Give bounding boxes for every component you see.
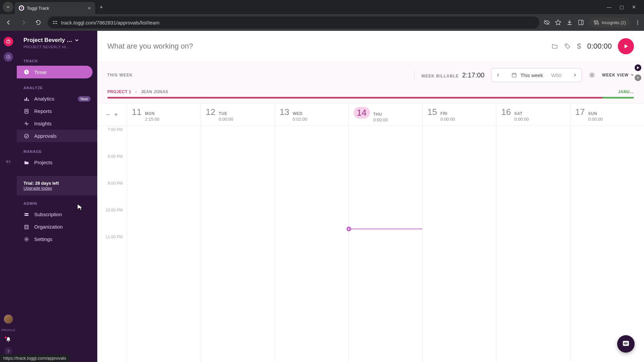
nav-heading-manage: MANAGE: [17, 148, 97, 156]
check-circle-icon: [23, 133, 30, 139]
project-tag-2[interactable]: JEAN JONAS: [141, 89, 168, 94]
calendar-day-header[interactable]: 13WED0:02:00: [275, 104, 348, 126]
bookmark-icon[interactable]: [555, 19, 561, 26]
calendar-day-header[interactable]: 14THU0:00:00: [348, 104, 422, 126]
zoom-out-button[interactable]: −: [106, 111, 110, 119]
sidebar: Project Beverly … PROJECT BEVERLY HI… TR…: [17, 31, 97, 362]
sidebar-item-label: Settings: [34, 236, 52, 242]
sidebar-item-label: Analytics: [34, 96, 54, 102]
calendar-column[interactable]: [201, 126, 274, 362]
project-tag-3[interactable]: JANU…: [618, 89, 634, 94]
calendar-column[interactable]: [127, 126, 201, 362]
svg-rect-29: [27, 227, 28, 228]
chevron-down-icon: [74, 38, 79, 43]
nav-heading-analyze: ANALYZE: [17, 84, 97, 93]
day-number: 17: [575, 107, 585, 117]
day-duration: 0:00:00: [219, 117, 233, 122]
sidebar-item-analytics[interactable]: Analytics New: [17, 93, 97, 105]
start-timer-button[interactable]: [618, 38, 634, 54]
view-selector[interactable]: WEEK VIEW: [602, 73, 634, 77]
eye-off-icon[interactable]: [543, 19, 550, 26]
browser-chrome: Toggl Track ✕ ＋ — ▢ ✕ track.toggl.com/78…: [0, 0, 644, 31]
card-icon: [23, 212, 30, 217]
upgrade-link[interactable]: Upgrade today: [23, 186, 52, 191]
workspace-selector[interactable]: Project Beverly … PROJECT BEVERLY HI…: [17, 31, 97, 53]
browser-status-bar: https://track.toggl.com/approvals: [0, 354, 69, 362]
downloads-icon[interactable]: [566, 19, 573, 26]
tab-search-button[interactable]: [3, 2, 13, 12]
this-week-label: THIS WEEK: [107, 73, 133, 77]
collapse-sidebar-icon[interactable]: [5, 158, 12, 165]
close-icon[interactable]: ✕: [632, 4, 636, 10]
building-icon: [23, 224, 30, 230]
sidebar-item-label: Insights: [34, 121, 52, 126]
svg-rect-28: [25, 227, 26, 228]
zoom-in-button[interactable]: +: [114, 111, 118, 119]
project-picker-icon[interactable]: [551, 43, 558, 50]
sidebar-item-approvals[interactable]: Approvals: [17, 130, 97, 142]
url-bar[interactable]: track.toggl.com/7862831/approvals/list/t…: [48, 16, 539, 28]
minimize-icon[interactable]: —: [607, 4, 611, 10]
workspace-subtitle: PROJECT BEVERLY HI…: [23, 45, 91, 49]
calendar-day-header[interactable]: 11MON2:15:00: [127, 104, 201, 126]
menu-icon[interactable]: [635, 19, 641, 25]
calendar-column[interactable]: [496, 126, 570, 362]
site-settings-icon[interactable]: [52, 20, 58, 25]
notifications-icon[interactable]: [5, 337, 11, 343]
sidebar-item-timer[interactable]: Timer: [17, 66, 93, 78]
calendar-column[interactable]: [275, 126, 348, 362]
tab-close-icon[interactable]: ✕: [88, 6, 91, 11]
toggl-plan-app-icon[interactable]: [4, 52, 13, 62]
calendar-day-header[interactable]: 12TUE0:00:00: [201, 104, 274, 126]
calendar-day-header[interactable]: 17SUN0:00:00: [570, 104, 644, 126]
calendar-grid[interactable]: [127, 126, 644, 362]
timer-duration[interactable]: 0:00:00: [587, 42, 612, 51]
project-tag-1[interactable]: PROJECT 1: [107, 89, 131, 94]
svg-rect-16: [24, 99, 25, 101]
date-range-label: This week: [520, 72, 543, 78]
browser-tab[interactable]: Toggl Track ✕: [15, 2, 95, 14]
avatar[interactable]: [4, 314, 13, 324]
reload-button[interactable]: [33, 17, 44, 28]
time-label: 11:00 PM: [97, 233, 127, 260]
week-number: W50: [551, 72, 561, 78]
toggl-track-app-icon[interactable]: [4, 37, 13, 46]
now-indicator-play-icon[interactable]: [346, 227, 351, 231]
sidebar-item-projects[interactable]: Projects: [17, 156, 97, 169]
calendar-body[interactable]: 7:00 PM8:00 PM9:00 PM10:00 PM11:00 PM: [97, 126, 644, 362]
sidebar-item-reports[interactable]: Reports: [17, 105, 97, 117]
incognito-badge[interactable]: Incognito (2): [589, 17, 630, 27]
back-button[interactable]: [3, 17, 14, 28]
sidebar-item-subscription[interactable]: Subscription: [17, 208, 97, 221]
workspace-name: Project Beverly …: [23, 37, 72, 44]
day-name: SUN: [588, 111, 603, 116]
calendar-column[interactable]: [422, 126, 496, 362]
day-duration: 2:15:00: [145, 117, 159, 122]
billable-toggle-icon[interactable]: $: [577, 42, 581, 51]
calendar-day-header[interactable]: 16SAT0:00:00: [496, 104, 570, 126]
forward-button[interactable]: [18, 17, 29, 28]
prev-week-button[interactable]: [491, 73, 505, 77]
next-week-button[interactable]: [568, 73, 582, 77]
calendar-column[interactable]: [348, 126, 422, 362]
svg-rect-6: [55, 23, 57, 24]
manual-mode-icon[interactable]: +: [635, 74, 641, 81]
week-billable: WEEK BILLABLE 2:17:00: [421, 71, 484, 79]
calendar-day-header[interactable]: 15FRI0:00:00: [422, 104, 496, 126]
date-range-button[interactable]: This week · W50: [505, 72, 568, 78]
project-progress-bar: [107, 97, 634, 99]
tag-picker-icon[interactable]: [564, 43, 571, 50]
sidebar-item-insights[interactable]: Insights: [17, 117, 97, 130]
sidebar-item-settings[interactable]: Settings: [17, 233, 97, 245]
timer-description-input[interactable]: [107, 42, 545, 51]
new-tab-button[interactable]: ＋: [97, 2, 106, 12]
timer-mode-icon[interactable]: [635, 64, 641, 71]
intercom-chat-button[interactable]: [617, 335, 635, 353]
maximize-icon[interactable]: ▢: [620, 4, 624, 10]
sidepanel-icon[interactable]: [578, 19, 584, 26]
day-name: SAT: [514, 111, 529, 116]
svg-rect-25: [25, 225, 28, 229]
calendar-column[interactable]: [570, 126, 644, 362]
sidebar-item-organization[interactable]: Organization: [17, 221, 97, 233]
calendar-settings-icon[interactable]: [589, 72, 595, 78]
